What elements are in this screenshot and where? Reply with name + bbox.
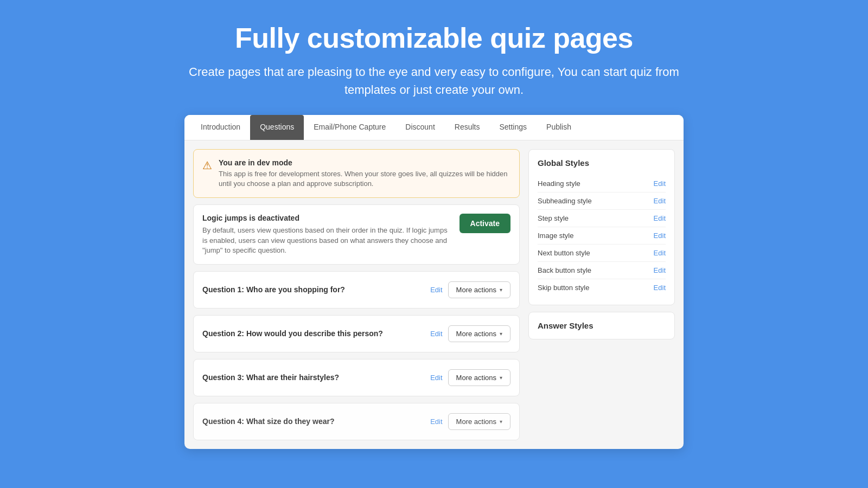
tab-results[interactable]: Results [445, 115, 490, 140]
heading-style-edit-link[interactable]: Edit [654, 179, 666, 188]
question-1-label: Question 1: Who are you shopping for? [202, 285, 345, 294]
logic-jumps-title: Logic jumps is deactivated [202, 214, 451, 222]
question-card-4: Question 4: What size do they wear? Edit… [193, 403, 520, 440]
alert-title: You are in dev mode [219, 158, 510, 167]
back-button-style-edit-link[interactable]: Edit [654, 266, 666, 274]
next-button-style-row: Next button style Edit [538, 245, 666, 262]
question-4-edit-link[interactable]: Edit [430, 418, 442, 426]
question-1-more-actions-button[interactable]: More actions ▾ [448, 281, 510, 298]
question-4-label: Question 4: What size do they wear? [202, 417, 334, 426]
question-3-edit-link[interactable]: Edit [430, 374, 442, 382]
image-style-edit-link[interactable]: Edit [654, 232, 666, 240]
page-subtitle: Create pages that are pleasing to the ey… [163, 63, 705, 99]
tab-introduction[interactable]: Introduction [191, 115, 250, 140]
question-card-3: Question 3: What are their hairstyles? E… [193, 359, 520, 396]
tabs-bar: Introduction Questions Email/Phone Captu… [184, 115, 684, 140]
answer-styles-card: Answer Styles [528, 312, 675, 339]
sidebar-column: Global Styles Heading style Edit Subhead… [528, 149, 675, 440]
heading-style-label: Heading style [538, 179, 580, 188]
chevron-down-icon: ▾ [500, 287, 502, 293]
subheading-style-row: Subheading style Edit [538, 192, 666, 210]
tab-email-phone[interactable]: Email/Phone Capture [304, 115, 395, 140]
subheading-style-edit-link[interactable]: Edit [654, 197, 666, 205]
step-style-label: Step style [538, 214, 569, 222]
question-2-edit-link[interactable]: Edit [430, 330, 442, 338]
page-header: Fully customizable quiz pages Create pag… [11, 22, 857, 99]
chevron-down-icon: ▾ [500, 419, 502, 425]
tab-settings[interactable]: Settings [489, 115, 537, 140]
alert-icon: ⚠ [202, 159, 212, 172]
skip-button-style-row: Skip button style Edit [538, 279, 666, 296]
question-4-more-actions-button[interactable]: More actions ▾ [448, 413, 510, 430]
question-1-edit-link[interactable]: Edit [430, 286, 442, 294]
subheading-style-label: Subheading style [538, 197, 592, 205]
question-card-2: Question 2: How would you describe this … [193, 315, 520, 352]
next-button-style-label: Next button style [538, 249, 590, 257]
step-style-row: Step style Edit [538, 210, 666, 227]
answer-styles-title: Answer Styles [538, 321, 666, 330]
skip-button-style-label: Skip button style [538, 284, 589, 292]
question-card-1: Question 1: Who are you shopping for? Ed… [193, 271, 520, 309]
image-style-row: Image style Edit [538, 227, 666, 245]
heading-style-row: Heading style Edit [538, 175, 666, 192]
chevron-down-icon: ▾ [500, 331, 502, 337]
page-title: Fully customizable quiz pages [11, 22, 857, 54]
question-2-more-actions-button[interactable]: More actions ▾ [448, 325, 510, 342]
global-styles-card: Global Styles Heading style Edit Subhead… [528, 149, 675, 305]
step-style-edit-link[interactable]: Edit [654, 214, 666, 222]
dev-mode-alert: ⚠ You are in dev mode This app is free f… [193, 149, 520, 198]
skip-button-style-edit-link[interactable]: Edit [654, 284, 666, 292]
logic-jumps-card: Logic jumps is deactivated By default, u… [193, 204, 520, 265]
main-column: ⚠ You are in dev mode This app is free f… [193, 149, 520, 440]
alert-description: This app is free for development stores.… [219, 169, 510, 189]
image-style-label: Image style [538, 232, 573, 240]
activate-button[interactable]: Activate [459, 214, 510, 233]
app-container: Introduction Questions Email/Phone Captu… [184, 115, 684, 449]
question-3-more-actions-button[interactable]: More actions ▾ [448, 369, 510, 386]
content-area: ⚠ You are in dev mode This app is free f… [184, 140, 684, 449]
logic-jumps-description: By default, users view questions based o… [202, 226, 451, 255]
back-button-style-row: Back button style Edit [538, 262, 666, 279]
tab-publish[interactable]: Publish [537, 115, 581, 140]
tab-discount[interactable]: Discount [395, 115, 444, 140]
tab-questions[interactable]: Questions [250, 115, 304, 140]
global-styles-title: Global Styles [538, 158, 666, 168]
back-button-style-label: Back button style [538, 266, 591, 274]
chevron-down-icon: ▾ [500, 375, 502, 381]
question-3-label: Question 3: What are their hairstyles? [202, 373, 339, 382]
next-button-style-edit-link[interactable]: Edit [654, 249, 666, 257]
question-2-label: Question 2: How would you describe this … [202, 329, 383, 338]
